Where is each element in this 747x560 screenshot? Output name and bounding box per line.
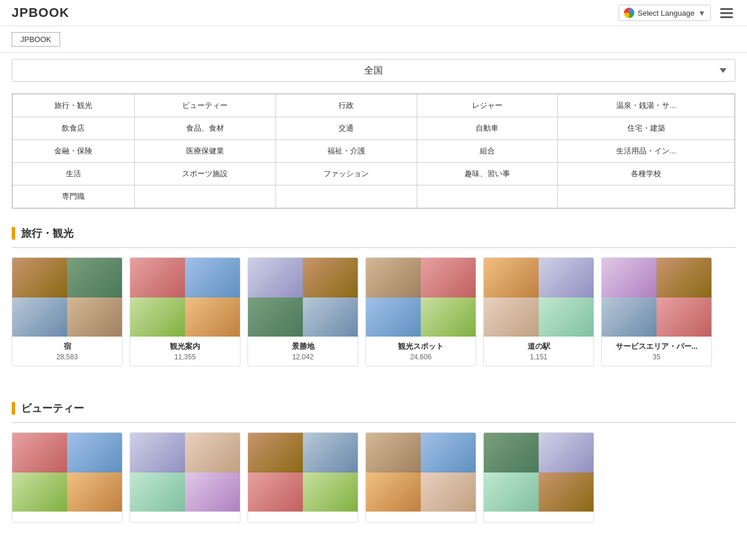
travel-card-4[interactable]: 観光スポット24,606 — [365, 257, 476, 366]
beauty-img-cell-4 — [67, 473, 122, 512]
category-cell-1-0[interactable]: 飲食店 — [13, 117, 135, 140]
category-cell-0-4[interactable]: 温泉・銭湯・サ... — [558, 94, 735, 117]
beauty-img-cell-11 — [248, 473, 303, 512]
region-select[interactable]: 全国 北海道 東北 関東 中部 近畿 — [12, 59, 735, 82]
category-cell-2-0[interactable]: 金融・保険 — [13, 140, 135, 163]
travel-card-info-4: 観光スポット24,606 — [366, 337, 476, 366]
site-logo[interactable]: JPBOOK — [12, 5, 69, 20]
category-cell-1-3[interactable]: 自動車 — [417, 117, 558, 140]
travel-img-cell-3-0 — [366, 258, 421, 298]
travel-card-name-6: サービスエリア・パー... — [606, 341, 707, 352]
category-cell-0-2[interactable]: 行政 — [275, 94, 417, 117]
header: JPBOOK Select Language ▼ — [0, 0, 747, 26]
travel-section-title: 旅行・観光 — [12, 226, 735, 240]
travel-card-count-3: 12,042 — [253, 353, 353, 361]
category-rows: 旅行・観光ビューティー行政レジャー温泉・銭湯・サ...飲食店食品、食材交通自動車… — [13, 94, 735, 208]
travel-card-info-2: 観光案内11,355 — [130, 337, 240, 366]
travel-img-cell-1-2 — [130, 298, 185, 337]
beauty-card-2[interactable] — [130, 432, 240, 523]
menu-icon[interactable] — [718, 6, 735, 20]
category-cell-3-0[interactable]: 生活 — [13, 163, 135, 186]
beauty-card-info-4 — [366, 512, 476, 522]
language-arrow: ▼ — [698, 9, 706, 18]
category-cell-1-4[interactable]: 住宅・建築 — [558, 117, 735, 140]
travel-card-image-1 — [12, 258, 122, 337]
travel-img-cell-0-3 — [67, 298, 122, 337]
category-cell-2-4[interactable]: 生活用品・イン... — [558, 140, 735, 163]
travel-card-grid: 宿28,583観光案内11,355景勝地12,042観光スポット24,606道の… — [0, 257, 747, 378]
travel-card-info-1: 宿28,583 — [12, 337, 122, 366]
beauty-card-1[interactable] — [12, 432, 123, 523]
travel-card-image-4 — [366, 258, 476, 337]
beauty-img-cell-14 — [421, 433, 476, 473]
beauty-card-4[interactable] — [365, 432, 476, 523]
language-label: Select Language — [638, 9, 695, 18]
category-cell-0-1[interactable]: ビューティー — [134, 94, 275, 117]
category-cell-4-4 — [558, 186, 735, 208]
beauty-img-cell-20 — [539, 473, 594, 512]
beauty-card-image-5 — [484, 433, 594, 512]
travel-card-3[interactable]: 景勝地12,042 — [247, 257, 358, 366]
category-cell-3-1[interactable]: スポーツ施設 — [134, 163, 275, 186]
beauty-img-cell-3 — [12, 473, 67, 512]
beauty-img-cell-19 — [484, 473, 539, 512]
travel-img-cell-2-1 — [303, 258, 358, 298]
travel-img-cell-5-0 — [602, 258, 657, 298]
category-grid: 旅行・観光ビューティー行政レジャー温泉・銭湯・サ...飲食店食品、食材交通自動車… — [12, 93, 735, 209]
beauty-card-image-4 — [366, 433, 476, 512]
travel-card-5[interactable]: 道の駅1,151 — [483, 257, 594, 366]
category-cell-3-4[interactable]: 各種学校 — [558, 163, 735, 186]
beauty-img-cell-15 — [366, 473, 421, 512]
menu-bar-1 — [720, 8, 733, 10]
travel-card-6[interactable]: サービスエリア・パー...35 — [601, 257, 712, 366]
travel-card-info-5: 道の駅1,151 — [484, 337, 594, 366]
travel-divider — [12, 247, 735, 248]
travel-img-cell-1-0 — [130, 258, 185, 298]
beauty-img-cell-13 — [366, 433, 421, 473]
beauty-img-cell-8 — [185, 473, 240, 512]
beauty-section-title: ビューティー — [12, 401, 735, 415]
travel-img-cell-4-1 — [539, 258, 594, 298]
category-cell-0-3[interactable]: レジャー — [417, 94, 558, 117]
beauty-card-5[interactable] — [483, 432, 594, 523]
travel-card-count-1: 28,583 — [17, 353, 117, 361]
category-cell-1-1[interactable]: 食品、食材 — [134, 117, 275, 140]
language-selector[interactable]: Select Language ▼ — [619, 5, 711, 21]
category-cell-0-0[interactable]: 旅行・観光 — [13, 94, 135, 117]
travel-img-cell-5-2 — [602, 298, 657, 337]
travel-img-cell-3-3 — [421, 298, 476, 337]
travel-card-2[interactable]: 観光案内11,355 — [130, 257, 240, 366]
category-cell-2-3[interactable]: 組合 — [417, 140, 558, 163]
travel-img-cell-3-2 — [366, 298, 421, 337]
travel-img-cell-2-0 — [248, 258, 303, 298]
travel-card-1[interactable]: 宿28,583 — [12, 257, 123, 366]
travel-img-cell-2-2 — [248, 298, 303, 337]
category-cell-4-3 — [417, 186, 558, 208]
category-cell-2-1[interactable]: 医療保健業 — [134, 140, 275, 163]
beauty-img-cell-17 — [484, 433, 539, 473]
beauty-card-image-2 — [130, 433, 240, 512]
travel-card-count-6: 35 — [606, 353, 707, 361]
category-table: 旅行・観光ビューティー行政レジャー温泉・銭湯・サ...飲食店食品、食材交通自動車… — [12, 94, 735, 208]
category-cell-1-2[interactable]: 交通 — [275, 117, 417, 140]
menu-bar-3 — [720, 16, 733, 18]
beauty-card-image-3 — [248, 433, 358, 512]
beauty-img-cell-1 — [12, 433, 67, 473]
travel-card-image-6 — [602, 258, 711, 337]
travel-img-cell-0-0 — [12, 258, 67, 298]
category-cell-3-3[interactable]: 趣味、習い事 — [417, 163, 558, 186]
category-cell-3-2[interactable]: ファッション — [275, 163, 417, 186]
travel-card-info-3: 景勝地12,042 — [248, 337, 358, 366]
beauty-card-3[interactable] — [247, 432, 358, 523]
category-cell-2-2[interactable]: 福祉・介護 — [275, 140, 417, 163]
beauty-divider — [12, 422, 735, 423]
category-cell-4-0[interactable]: 専門職 — [13, 186, 135, 208]
travel-img-cell-0-1 — [67, 258, 122, 298]
breadcrumb-tab[interactable]: JPBOOK — [12, 32, 60, 47]
travel-img-cell-3-1 — [421, 258, 476, 298]
category-cell-4-1 — [134, 186, 275, 208]
region-selector-wrap: 全国 北海道 東北 関東 中部 近畿 — [0, 53, 747, 88]
menu-bar-2 — [720, 12, 733, 14]
beauty-img-cell-7 — [130, 473, 185, 512]
beauty-img-cell-12 — [303, 473, 358, 512]
